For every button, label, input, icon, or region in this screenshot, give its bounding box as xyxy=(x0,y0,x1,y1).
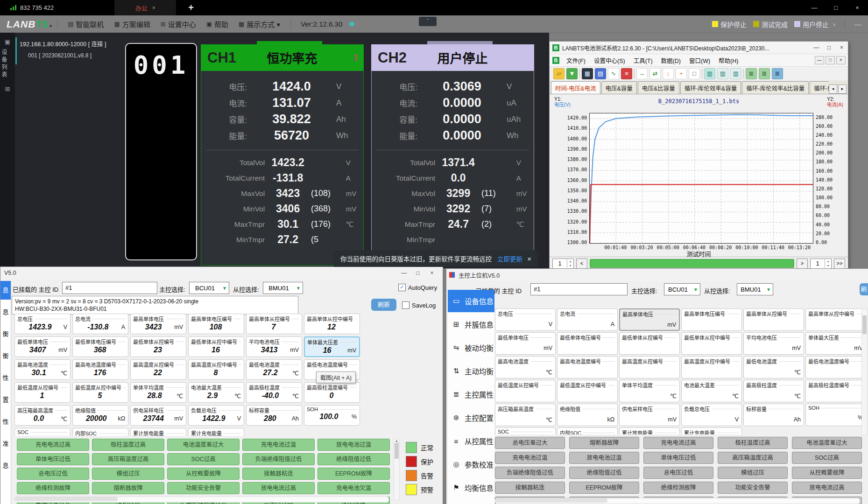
data-cell[interactable]: 最高极柱温度编号 xyxy=(805,380,866,402)
ch1-dropdown-icon[interactable]: ▾▾ xyxy=(348,54,364,62)
tab-cycle-eff-cap[interactable]: 循环-库伦效率&容量 xyxy=(680,81,741,94)
data-cell[interactable]: 最高极柱温度 -40.0℃ xyxy=(246,382,302,403)
chart-scrollbar[interactable] xyxy=(590,259,794,268)
data-cell[interactable]: 累计放电能量 xyxy=(130,428,186,436)
data-cell[interactable]: SOH % xyxy=(805,404,866,426)
nav-slave-props[interactable]: ≡ 从控属性 xyxy=(448,430,494,452)
save-icon[interactable]: ▼ xyxy=(566,68,578,79)
data-cell[interactable]: 最低温度从控编号 xyxy=(495,380,556,402)
data-cell[interactable]: 最高温度从控编号 xyxy=(619,356,680,378)
rail-nav-item[interactable]: 息 xyxy=(0,303,11,322)
nav-balance-info[interactable]: ⚑ 均衡信息 xyxy=(448,476,494,499)
chart-window-control[interactable]: — xyxy=(810,44,823,51)
data-cell[interactable]: 最低温度从控中编号 xyxy=(557,380,618,402)
horizontal-scrollbar[interactable] xyxy=(495,498,860,504)
data-cell[interactable]: 最高电池温度 ℃ xyxy=(495,356,556,378)
rail-nav-item[interactable]: 性 xyxy=(0,413,11,431)
data-cell[interactable]: 单体最大压差 16mV xyxy=(304,336,360,357)
data-cell[interactable]: 高压箱最高温度 ℃ xyxy=(495,404,556,426)
page-spinner-left[interactable]: 1▴▾ xyxy=(552,259,574,269)
window-control-button[interactable]: × xyxy=(847,0,868,15)
tab-vol-cap[interactable]: 电压&容量 xyxy=(601,81,637,94)
data-cell[interactable]: 供电采样电压 mV xyxy=(619,404,680,426)
data-cell[interactable]: 标称容量 Ah xyxy=(743,404,804,426)
ch2-top-tab[interactable] xyxy=(427,41,493,44)
alarm-scrollbar[interactable]: ▲ xyxy=(394,439,400,500)
menu-display-mode[interactable]: ▩展示方式 ▾ xyxy=(239,19,280,29)
autoquery-checkbox[interactable]: ✓AutoQuery xyxy=(398,284,437,291)
data-cell[interactable]: 最高单体从控编号 7 xyxy=(246,314,302,334)
chart-window-control[interactable]: □ xyxy=(823,44,835,51)
data-cell[interactable]: 最高单体从控中编号 12 xyxy=(304,314,360,334)
data-cell[interactable]: 最高单体电压编号 108 xyxy=(188,314,244,334)
cw-menu-tools[interactable]: 工具(T) xyxy=(634,56,653,65)
data-cell[interactable]: 最低单体电压 3407mV xyxy=(14,336,71,357)
data-cell[interactable]: 最高极柱温度 ℃ xyxy=(743,380,804,402)
tab-scroll-left[interactable]: ◂ xyxy=(829,84,837,94)
data-cell[interactable]: 最高温度从控编号 22 xyxy=(130,359,186,380)
tab-time-vol-cur[interactable]: 时间-电压&电流 xyxy=(551,81,600,94)
table-3-icon[interactable]: ≣ xyxy=(772,68,783,79)
data-cell[interactable]: 最低温度从控中编号 5 xyxy=(72,382,128,403)
slave-select-combo[interactable]: BMU01▼ xyxy=(263,282,303,294)
update-now-link[interactable]: 立即更新 xyxy=(497,254,522,263)
master-select-combo[interactable]: BCU01▼ xyxy=(664,283,700,295)
page-spinner-right[interactable]: 1▴▾ xyxy=(810,259,832,269)
data-cell[interactable]: 最高电池温度 30.1℃ xyxy=(14,359,71,380)
data-cell[interactable]: SOC xyxy=(14,428,71,436)
data-cell[interactable]: 最高单体电压编号 xyxy=(681,308,742,331)
nav-master-config[interactable]: ⊛ 主控配置 xyxy=(448,406,494,429)
cw-menu-window[interactable]: 窗口(W) xyxy=(689,56,710,65)
data-cell[interactable]: 总电压 1423.9V xyxy=(14,314,71,334)
nav-cluster-info[interactable]: ⊞ 并簇信息 xyxy=(448,313,494,336)
tree-device[interactable]: 001 [ 20230621001,v8.8 ] xyxy=(28,52,128,59)
rail-nav-item[interactable]: 衡 xyxy=(0,325,11,343)
data-cell[interactable]: 最高单体从控编号 xyxy=(743,308,804,331)
left-window-control[interactable]: □ xyxy=(411,270,425,276)
data-cell[interactable]: 负载总电压 1422.9V xyxy=(188,405,244,426)
menu-help[interactable]: ▣帮助 xyxy=(206,19,228,29)
left-window-titlebar[interactable]: V5.0 —□× xyxy=(0,267,443,279)
chart-window-titlebar[interactable]: B LANBTS电池测试系统2.12.6.30 - [C:\Users\LANB… xyxy=(550,42,848,54)
data-cell[interactable]: 最低单体电压编号 368 xyxy=(72,336,128,357)
mounted-id-input[interactable]: #1 xyxy=(530,283,628,295)
data-cell[interactable]: SOC xyxy=(495,427,556,434)
data-cell[interactable]: 最低电池温度 ℃ xyxy=(743,356,804,378)
open-file-icon[interactable]: ▱ xyxy=(553,68,565,79)
window-control-button[interactable]: — xyxy=(804,0,825,15)
compress-x-icon[interactable]: ⇄ xyxy=(649,68,661,79)
data-cell[interactable]: 单体最大压差 mV xyxy=(805,332,866,355)
slave-select-combo[interactable]: BMU01▼ xyxy=(737,283,773,295)
nav-param-calib[interactable]: ◎ 参数校准 xyxy=(448,453,494,476)
data-cell[interactable]: 最高温度从控中编号 8 xyxy=(188,359,244,380)
data-cell[interactable]: 总电流 A xyxy=(557,308,618,331)
data-cell[interactable]: 累计放电能量 xyxy=(619,427,680,434)
zoom-x-icon[interactable]: ↔ xyxy=(636,68,648,79)
tab-office[interactable]: 办公 × xyxy=(114,0,176,15)
left-window-control[interactable]: × xyxy=(425,270,439,276)
nav-master-props[interactable]: ≣ 主控属性 xyxy=(448,383,494,406)
toolbar-icon[interactable] xyxy=(702,69,702,78)
tab-cycle-eff-spec-cap[interactable]: 循环-库伦效率&比容量 xyxy=(742,81,809,94)
collapse-icon[interactable]: — xyxy=(854,20,861,28)
table-2-icon[interactable]: ≣ xyxy=(759,68,770,79)
grid-scrollbar[interactable] xyxy=(861,308,868,435)
data-cell[interactable]: 最高极柱温度编号 0 xyxy=(304,382,360,403)
mdi-control[interactable]: × xyxy=(836,56,846,64)
data-cell[interactable]: 单体平均温度 28.8℃ xyxy=(130,382,186,403)
chart-window-control[interactable]: × xyxy=(835,44,848,51)
new-tab-button[interactable]: + xyxy=(188,2,194,13)
data-cell[interactable]: 绝缘阻值 kΩ xyxy=(557,404,618,426)
toolbar-icon[interactable] xyxy=(634,69,635,78)
toast-close-icon[interactable]: × xyxy=(527,255,531,263)
data-cell[interactable]: 电池最大温差 ℃ xyxy=(681,380,742,402)
data-cell[interactable]: 最低单体从控编号 xyxy=(619,332,680,355)
data-cell[interactable]: 最低单体从控中编号 xyxy=(681,332,742,355)
tab-scroll-right[interactable]: ▸ xyxy=(838,84,847,94)
nav-passive-balance[interactable]: ⇋ 被动均衡 xyxy=(448,336,494,359)
mdi-control[interactable]: — xyxy=(815,56,824,64)
mounted-id-input[interactable]: #1 xyxy=(62,282,157,294)
cw-menu-file[interactable]: 文件(F) xyxy=(566,56,586,65)
data-cell[interactable]: 绝缘阻值 20000kΩ xyxy=(72,405,128,426)
rail-nav-item[interactable]: 性 xyxy=(0,369,11,387)
